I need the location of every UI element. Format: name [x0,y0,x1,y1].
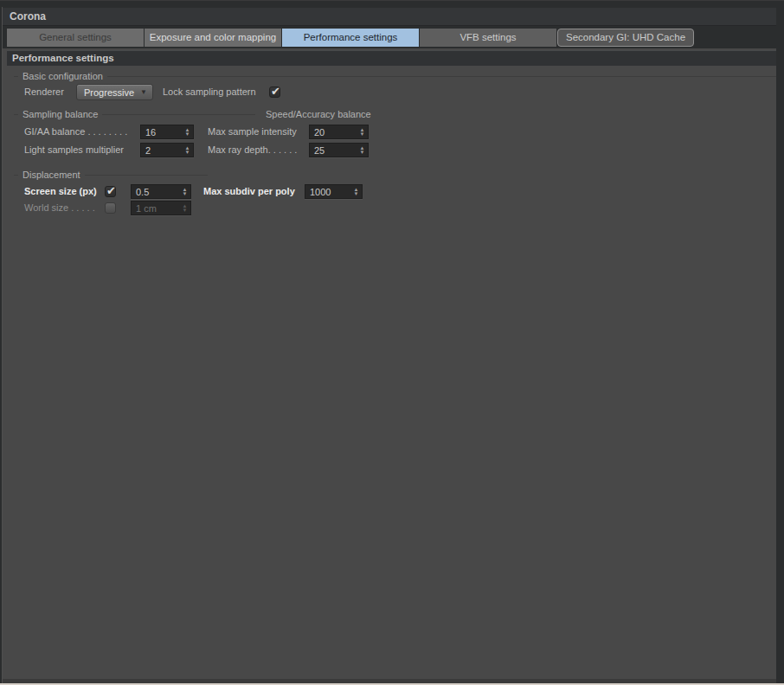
window-top-edge [0,0,784,1]
max-sample-intensity-label: Max sample intensity [208,125,297,139]
lock-sampling-pattern-checkbox[interactable]: ✔ [269,86,280,98]
lock-sampling-pattern-label: Lock sampling pattern [163,84,256,100]
max-ray-depth-value: 25 [310,145,357,156]
group-displacement: Displacement [14,169,208,181]
spinner-down-icon[interactable]: ▼ [360,150,365,155]
gi-aa-balance-field[interactable]: 16 ▲ ▼ [140,125,194,139]
group-line [102,114,255,115]
tab-secondary-gi-uhd-cache[interactable]: Secondary GI: UHD Cache [557,29,694,47]
screen-size-field[interactable]: 0.5 ▲ ▼ [131,184,191,199]
window-title-bar: Corona [3,8,776,26]
max-sample-intensity-field[interactable]: 20 ▲ ▼ [309,125,369,139]
max-subdiv-per-poly-spinner[interactable]: ▲ ▼ [350,188,362,196]
max-subdiv-per-poly-value: 1000 [305,187,350,197]
group-title-basic-configuration: Basic configuration [18,71,107,81]
tab-vfb-settings[interactable]: VFB settings [420,29,556,47]
max-subdiv-per-poly-label: Max subdiv per poly [203,184,295,199]
gi-aa-balance-spinner[interactable]: ▲ ▼ [182,128,193,137]
group-line [85,175,208,176]
check-icon: ✔ [106,184,116,197]
max-sample-intensity-spinner[interactable]: ▲ ▼ [357,128,368,137]
dropdown-arrow-icon: ▼ [140,88,152,96]
max-subdiv-per-poly-field[interactable]: 1000 ▲ ▼ [305,184,363,199]
tab-exposure-color-mapping[interactable]: Exposure and color mapping [145,29,281,47]
spinner-down-icon: ▼ [183,208,188,213]
group-speed-accuracy-balance: Speed/Accuracy balance [261,108,370,120]
window-title: Corona [3,8,776,25]
group-title-sampling-balance: Sampling balance [18,109,102,119]
section-header: Performance settings [7,50,776,66]
world-size-spinner: ▲ ▼ [179,204,190,213]
max-ray-depth-spinner[interactable]: ▲ ▼ [357,146,368,155]
group-title-speed-accuracy: Speed/Accuracy balance [261,109,376,119]
gi-aa-balance-value: 16 [141,127,182,138]
light-samples-multiplier-label: Light samples multiplier [24,143,124,157]
world-size-label: World size . . . . . [24,201,95,215]
section-header-title: Performance settings [7,51,776,65]
screen-size-label: Screen size (px) [24,184,97,199]
screen-size-value: 0.5 [132,187,179,197]
tab-general-settings[interactable]: General settings [7,29,144,47]
max-ray-depth-label: Max ray depth. . . . . . [208,143,297,157]
spinner-down-icon[interactable]: ▼ [185,132,190,137]
screen-size-spinner[interactable]: ▲ ▼ [179,188,190,196]
spinner-down-icon[interactable]: ▼ [185,150,190,155]
max-ray-depth-field[interactable]: 25 ▲ ▼ [309,143,369,157]
tab-performance-settings[interactable]: Performance settings [282,29,419,47]
group-title-displacement: Displacement [18,170,85,180]
group-sampling-balance: Sampling balance [14,108,255,120]
group-line [107,76,776,77]
renderer-label: Renderer [24,84,64,100]
gi-aa-balance-label: GI/AA balance . . . . . . . . [24,125,127,139]
spinner-down-icon[interactable]: ▼ [360,132,365,137]
world-size-value: 1 cm [132,203,179,214]
light-samples-multiplier-field[interactable]: 2 ▲ ▼ [140,143,194,157]
screen-size-checkbox[interactable]: ✔ [105,186,116,197]
group-basic-configuration: Basic configuration [14,70,776,82]
world-size-field: 1 cm ▲ ▼ [131,201,191,215]
renderer-dropdown-value: Progressive [77,87,140,98]
max-sample-intensity-value: 20 [310,127,357,138]
world-size-checkbox[interactable] [105,202,116,214]
spinner-down-icon[interactable]: ▼ [183,192,188,196]
light-samples-multiplier-spinner[interactable]: ▲ ▼ [182,146,193,155]
check-icon: ✔ [271,85,280,98]
light-samples-multiplier-value: 2 [141,145,182,156]
corona-settings-window: Corona General settings Exposure and col… [0,0,784,685]
renderer-dropdown[interactable]: Progressive ▼ [76,84,153,100]
spinner-down-icon[interactable]: ▼ [354,192,359,196]
